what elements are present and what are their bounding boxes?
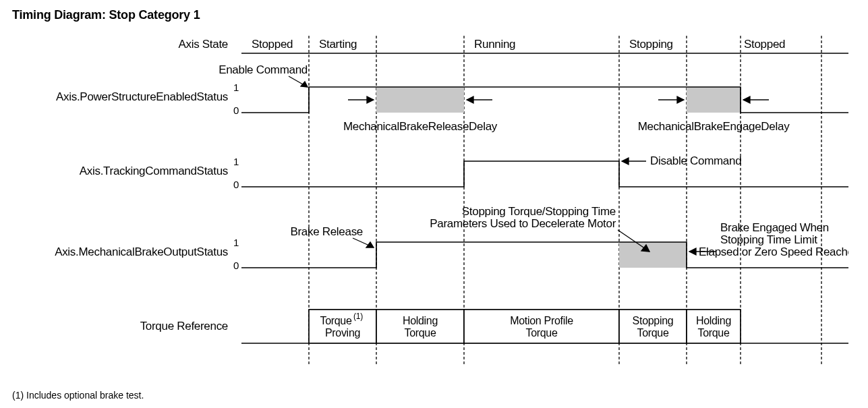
label-enable-command: Enable Command: [219, 63, 308, 76]
tq-hold1-b: Torque: [404, 327, 436, 339]
row-torque: Torque Reference Torque (1) Proving Hold…: [140, 310, 848, 343]
arrow-disable-command: [622, 158, 646, 165]
svg-marker-13: [467, 96, 473, 103]
row-power: Axis.PowerStructureEnabledStatus 1 0 Ena…: [56, 63, 848, 133]
tq-hold2-b: Torque: [697, 327, 730, 339]
label-torque: Torque Reference: [140, 320, 228, 332]
label-stoptorque-2: Parameters Used to Decelerate Motor: [430, 217, 616, 230]
brake-lo: 0: [233, 260, 239, 271]
row-brake: Axis.MechanicalBrakeOutputStatus 1 0 Sto…: [55, 205, 848, 271]
tq-proving-2: Proving: [325, 327, 360, 339]
brake-hi: 1: [233, 237, 239, 248]
track-lo: 0: [233, 179, 239, 190]
state-stopped-1: Stopped: [252, 38, 293, 51]
arrow-enable-command: [289, 76, 308, 87]
diagram-title: Timing Diagram: Stop Category 1: [12, 8, 856, 22]
svg-marker-17: [743, 96, 750, 103]
label-tracking: Axis.TrackingCommandStatus: [80, 165, 228, 177]
shade-release-delay: [376, 87, 464, 113]
arrow-brake-release: [353, 238, 374, 247]
shade-stopping: [619, 242, 687, 268]
state-running: Running: [474, 38, 515, 51]
label-disable-command: Disable Command: [650, 154, 741, 167]
tq-stop-1: Stopping: [633, 315, 674, 326]
tq-hold1-a: Holding: [403, 315, 438, 326]
label-release-delay: MechanicalBrakeReleaseDelay: [343, 120, 498, 133]
power-lo: 0: [233, 105, 239, 116]
power-hi: 1: [233, 82, 239, 93]
svg-marker-15: [677, 96, 684, 103]
tq-proving-1: Torque: [320, 315, 352, 326]
tq-stop-2: Torque: [637, 327, 669, 339]
row-axis-state: Axis State Stopped Starting Running Stop…: [178, 38, 848, 53]
svg-marker-25: [689, 248, 696, 255]
label-brake-release: Brake Release: [290, 225, 363, 238]
state-stopped-2: Stopped: [744, 38, 785, 51]
label-axis-state: Axis State: [178, 38, 228, 51]
track-hi: 1: [233, 156, 239, 167]
timing-diagram: Axis State Stopped Starting Running Stop…: [12, 28, 856, 371]
label-brake-engaged-3: Elapsed or Zero Speed Reached: [699, 245, 848, 258]
svg-marker-19: [622, 158, 629, 165]
tq-hold2-a: Holding: [696, 315, 731, 326]
label-brake-engaged-1: Brake Engaged When: [720, 221, 829, 234]
svg-marker-9: [301, 82, 308, 87]
tq-motion-2: Torque: [525, 327, 558, 339]
label-brake-engaged-2: Stopping Time Limit: [720, 233, 817, 246]
tq-motion-1: Motion Profile: [510, 315, 573, 326]
state-starting: Starting: [319, 38, 357, 51]
tq-proving-sup: (1): [353, 312, 363, 321]
label-brake: Axis.MechanicalBrakeOutputStatus: [55, 245, 228, 258]
shade-engage-delay: [687, 87, 741, 113]
label-power: Axis.PowerStructureEnabledStatus: [56, 90, 228, 103]
label-stoptorque-1: Stopping Torque/Stopping Time: [462, 205, 616, 218]
label-engage-delay: MechanicalBrakeEngageDelay: [638, 120, 790, 133]
footnote: (1) Includes optional brake test.: [12, 390, 856, 401]
state-stopping: Stopping: [629, 38, 673, 51]
svg-marker-11: [367, 96, 374, 103]
